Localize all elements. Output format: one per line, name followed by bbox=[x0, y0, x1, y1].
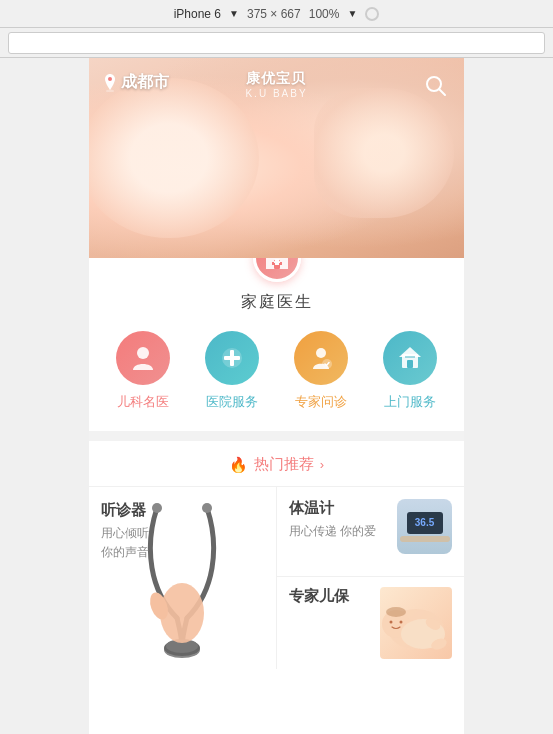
svg-line-3 bbox=[439, 89, 445, 95]
browser-frame: iPhone 6 ▼ 375 × 667 100% ▼ bbox=[0, 0, 553, 734]
home-service-icon bbox=[396, 344, 424, 372]
thermometer-text: 体温计 用心传递 你的爱 bbox=[289, 499, 376, 541]
svg-rect-16 bbox=[405, 356, 415, 358]
recommend-title: 热门推荐 bbox=[254, 455, 314, 474]
zoom-level: 100% bbox=[309, 7, 340, 21]
browser-topbar: iPhone 6 ▼ 375 × 667 100% ▼ bbox=[0, 0, 553, 28]
hero-banner: 成都市 康优宝贝 K.U BABY bbox=[89, 58, 464, 258]
hospital-icon bbox=[218, 344, 246, 372]
search-button[interactable] bbox=[422, 72, 450, 100]
right-items: 体温计 用心传递 你的爱 36.5 专家儿保 bbox=[277, 487, 465, 669]
hero-overlay-right bbox=[314, 88, 454, 218]
dimensions: 375 × 667 bbox=[247, 7, 301, 21]
expert-icon-circle bbox=[294, 331, 348, 385]
hospital-icon-circle bbox=[205, 331, 259, 385]
search-icon bbox=[425, 75, 447, 97]
baby-image bbox=[380, 587, 452, 659]
thermo-strap bbox=[400, 536, 450, 542]
expert-child-item[interactable]: 专家儿保 bbox=[277, 577, 465, 669]
medical-icon-hospital[interactable]: 医院服务 bbox=[205, 331, 259, 411]
thermometer-title: 体温计 bbox=[289, 499, 376, 518]
pediatrician-icon-circle bbox=[116, 331, 170, 385]
pediatrician-label: 儿科名医 bbox=[117, 393, 169, 411]
svg-point-1 bbox=[108, 77, 112, 81]
medical-title: 家庭医生 bbox=[89, 292, 464, 313]
medical-icons-row: 儿科名医 医院服务 bbox=[89, 331, 464, 411]
svg-point-12 bbox=[316, 348, 326, 358]
recommend-grid: 体温计 用心传递 你的爱 36.5 专家儿保 bbox=[89, 486, 464, 669]
stethoscope-illustration bbox=[127, 498, 237, 658]
hero-location[interactable]: 成都市 bbox=[103, 72, 169, 93]
section-separator-1 bbox=[89, 431, 464, 441]
fire-icon: 🔥 bbox=[229, 456, 248, 474]
zoom-arrow[interactable]: ▼ bbox=[347, 8, 357, 19]
expert-child-text: 专家儿保 bbox=[289, 587, 349, 606]
hero-logo: 康优宝贝 K.U BABY bbox=[245, 70, 307, 99]
svg-rect-15 bbox=[407, 360, 413, 368]
thermometer-desc: 用心传递 你的爱 bbox=[289, 522, 376, 541]
thermo-screen: 36.5 bbox=[407, 512, 443, 534]
location-pin-icon bbox=[103, 74, 117, 92]
url-tab[interactable] bbox=[8, 32, 545, 54]
medical-icon-pediatrician[interactable]: 儿科名医 bbox=[116, 331, 170, 411]
baby-illustration bbox=[381, 594, 451, 659]
logo-main-text: 康优宝贝 bbox=[245, 70, 307, 88]
medical-section: 家庭医生 儿科名医 bbox=[89, 234, 464, 431]
medical-icon-expert[interactable]: 专家问诊 bbox=[294, 331, 348, 411]
home-service-label: 上门服务 bbox=[384, 393, 436, 411]
hospital-label: 医院服务 bbox=[206, 393, 258, 411]
svg-point-18 bbox=[202, 503, 212, 513]
logo-sub-text: K.U BABY bbox=[245, 88, 307, 99]
medical-icon-home-service[interactable]: 上门服务 bbox=[383, 331, 437, 411]
device-label: iPhone 6 bbox=[174, 7, 221, 21]
recommend-section: 🔥 热门推荐 › bbox=[89, 441, 464, 734]
no-entry-icon bbox=[365, 7, 379, 21]
svg-point-26 bbox=[386, 607, 406, 617]
home-service-icon-circle bbox=[383, 331, 437, 385]
svg-point-17 bbox=[152, 503, 162, 513]
stethoscope-item[interactable] bbox=[89, 487, 277, 669]
svg-rect-7 bbox=[274, 261, 280, 263]
expert-icon bbox=[307, 344, 335, 372]
location-text: 成都市 bbox=[121, 72, 169, 93]
expert-label: 专家问诊 bbox=[295, 393, 347, 411]
svg-rect-11 bbox=[224, 356, 240, 360]
doctor-icon bbox=[129, 344, 157, 372]
phone-content: 成都市 康优宝贝 K.U BABY bbox=[89, 58, 464, 734]
expert-child-title: 专家儿保 bbox=[289, 587, 349, 606]
dropdown-arrow[interactable]: ▼ bbox=[229, 8, 239, 19]
svg-point-30 bbox=[390, 621, 393, 624]
thermometer-image: 36.5 bbox=[397, 499, 452, 554]
chevron-right-icon[interactable]: › bbox=[320, 457, 324, 472]
svg-point-8 bbox=[137, 347, 149, 359]
url-bar-area bbox=[0, 28, 553, 58]
svg-point-31 bbox=[400, 621, 403, 624]
thermometer-item[interactable]: 体温计 用心传递 你的爱 36.5 bbox=[277, 487, 465, 577]
recommend-header: 🔥 热门推荐 › bbox=[89, 455, 464, 474]
